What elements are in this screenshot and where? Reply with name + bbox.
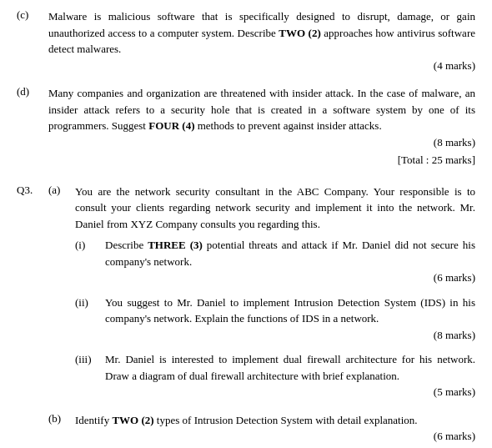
q3-b-spacer xyxy=(17,412,48,445)
q3-b-text1: Identify xyxy=(75,414,112,426)
q3-sub-ii-label: (ii) xyxy=(75,294,105,344)
q3-section: Q3. (a) You are the network security con… xyxy=(17,184,475,445)
content-c: Malware is malicious software that is sp… xyxy=(48,8,475,73)
q3-sub-i: (i) Describe THREE (3) potential threats… xyxy=(75,237,475,286)
q3-a-label: (a) xyxy=(48,184,75,409)
q3-sub-iii-text: Mr. Daniel is interested to implement du… xyxy=(105,353,475,382)
bold-d: FOUR (4) xyxy=(148,119,194,132)
section-d: (d) Many companies and organization are … xyxy=(17,85,475,169)
total-d: [Total : 25 marks] xyxy=(48,152,475,169)
q3-b-content: Identify TWO (2) types of Intrusion Dete… xyxy=(75,412,475,445)
q3-sub-i-label: (i) xyxy=(75,237,105,286)
q3-b-row: (b) Identify TWO (2) types of Intrusion … xyxy=(17,412,475,445)
q3-sub-iii-marks: (5 marks) xyxy=(105,384,475,400)
label-d: (d) xyxy=(17,85,48,169)
q3-a-text: You are the network security consultant … xyxy=(75,185,475,230)
q3-sub-ii-content: You suggest to Mr. Daniel to implement I… xyxy=(105,294,475,344)
q3-sub-iii-label: (iii) xyxy=(75,351,105,400)
q3-label: Q3. xyxy=(17,184,48,409)
section-c: (c) Malware is malicious software that i… xyxy=(17,8,475,73)
q3-a-content: You are the network security consultant … xyxy=(75,184,475,409)
q3-sub-ii-text: You suggest to Mr. Daniel to implement I… xyxy=(105,296,475,325)
text-d2: methods to prevent against insider attac… xyxy=(194,119,381,132)
q3-b-marks: (6 marks) xyxy=(75,428,475,445)
marks-d: (8 marks) xyxy=(48,134,475,151)
q3-subquestions: (i) Describe THREE (3) potential threats… xyxy=(75,237,475,400)
content-d: Many companies and organization are thre… xyxy=(48,85,475,169)
marks-c: (4 marks) xyxy=(48,58,475,74)
q3-a-row: Q3. (a) You are the network security con… xyxy=(17,184,475,409)
q3-sub-ii-marks: (8 marks) xyxy=(105,327,475,344)
q3-b-bold: TWO (2) xyxy=(112,414,153,426)
q3-b-label: (b) xyxy=(48,412,75,445)
q3-sub-i-marks: (6 marks) xyxy=(105,269,475,286)
q3-sub-ii: (ii) You suggest to Mr. Daniel to implem… xyxy=(75,294,475,344)
q3-sub-iii: (iii) Mr. Daniel is interested to implem… xyxy=(75,351,475,400)
q3-sub-iii-content: Mr. Daniel is interested to implement du… xyxy=(105,351,475,400)
q3-sub-i-bold: THREE (3) xyxy=(148,239,203,251)
bold-c: TWO (2) xyxy=(279,27,320,39)
q3-b-text2: types of Intrusion Detection System with… xyxy=(154,414,418,426)
label-c: (c) xyxy=(17,8,48,73)
q3-sub-i-content: Describe THREE (3) potential threats and… xyxy=(105,237,475,286)
